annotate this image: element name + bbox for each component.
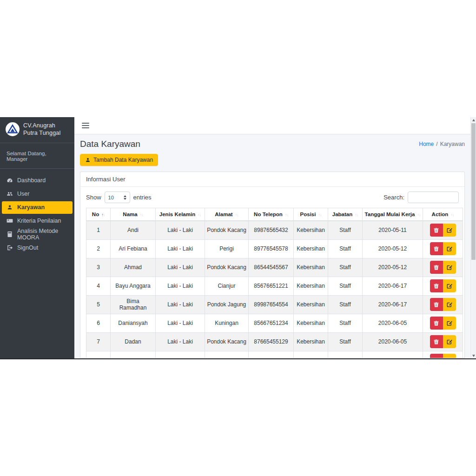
sidebar-item-label: Analisis Metode MOORA <box>17 228 68 241</box>
cell-jabatan: Staff <box>328 221 363 239</box>
column-header-alamat[interactable]: Alamat↑↓ <box>205 208 249 221</box>
cell-no-telepon: 89876565432 <box>249 221 294 239</box>
app-window: CV.Anugrah Putra Tunggal Selamat Datang,… <box>0 117 476 359</box>
cell-jenis-kelamin: Laki - Laki <box>156 332 205 351</box>
sidebar-item-label: Dashboard <box>17 177 46 184</box>
cell-nama: Ari Febiana <box>111 239 156 258</box>
sidebar-item-user[interactable]: User <box>2 188 73 200</box>
cell-action <box>423 295 463 314</box>
column-header-action[interactable]: Action↑↓ <box>423 208 463 221</box>
column-label: Jenis Kelamin <box>159 212 195 217</box>
delete-button[interactable] <box>430 298 443 311</box>
add-karyawan-button[interactable]: Tambah Data Karyawan <box>80 154 158 166</box>
pencil-square-icon <box>446 264 452 271</box>
pencil-square-icon <box>446 283 452 289</box>
cell-nama: Dadan <box>111 332 156 351</box>
edit-button[interactable] <box>443 279 456 292</box>
cell-nama: Bayu Anggara <box>111 277 156 295</box>
column-header-no[interactable]: No↑↓ <box>86 208 111 221</box>
column-header-no-telepon[interactable]: No Telepon↑↓ <box>249 208 294 221</box>
cell-jabatan: Staff <box>328 332 363 351</box>
sort-icon: ↑↓ <box>235 212 238 217</box>
brand[interactable]: CV.Anugrah Putra Tunggal <box>0 117 74 143</box>
delete-button[interactable] <box>430 335 443 348</box>
triangle-logo-icon <box>6 122 20 136</box>
sidebar-item-kriteria-penilaian[interactable]: Kriteria Penilaian <box>2 215 73 227</box>
sidebar-item-analisis-metode-moora[interactable]: Analisis Metode MOORA <box>2 228 73 241</box>
delete-button[interactable] <box>430 261 443 274</box>
sidebar-item-label: Kriteria Penilaian <box>17 218 61 224</box>
sort-icon: ↑↓ <box>101 212 105 217</box>
trash-icon <box>433 283 439 289</box>
cell-action <box>423 314 463 332</box>
cell-action <box>423 351 463 358</box>
search-control: Search: <box>383 192 459 203</box>
sidebar-item-dashboard[interactable]: Dashboard <box>2 174 73 187</box>
sidebar-item-signout[interactable]: SignOut <box>2 242 73 254</box>
sidebar: CV.Anugrah Putra Tunggal Selamat Datang,… <box>0 117 74 358</box>
cell-no: 4 <box>86 277 111 295</box>
pencil-square-icon <box>446 227 452 233</box>
cell-posisi: Kebersihan <box>294 314 328 332</box>
sort-icon: ↑↓ <box>198 212 201 217</box>
delete-button[interactable] <box>430 224 443 237</box>
delete-button[interactable] <box>430 354 443 358</box>
column-label: Jabatan <box>332 212 352 217</box>
column-header-tanggal-mulai-kerja[interactable]: Tanggal Mulai Kerja↑↓ <box>363 208 423 221</box>
cell-alamat: Pondok Kacang <box>205 332 249 351</box>
delete-button[interactable] <box>430 242 443 255</box>
page-length-select[interactable]: 10 <box>105 192 130 203</box>
edit-button[interactable] <box>443 354 456 358</box>
cell-posisi: Kebersihan <box>294 332 328 351</box>
edit-button[interactable] <box>443 335 456 348</box>
scroll-up-arrow-icon[interactable] <box>471 117 476 123</box>
add-karyawan-button-label: Tambah Data Karyawan <box>93 157 153 163</box>
show-label: Show <box>86 194 101 201</box>
tachometer-icon <box>7 177 13 184</box>
delete-button[interactable] <box>430 279 443 292</box>
hamburger-icon[interactable] <box>82 123 89 128</box>
cell-action <box>423 332 463 351</box>
breadcrumb-home-link[interactable]: Home <box>419 141 434 147</box>
select-arrows-icon <box>124 195 126 200</box>
sort-icon: ↑↓ <box>450 212 454 217</box>
column-header-posisi[interactable]: Posisi↑↓ <box>294 208 328 221</box>
cell-alamat: Kuningan <box>205 351 249 358</box>
column-header-jenis-kelamin[interactable]: Jenis Kelamin↑↓ <box>156 208 205 221</box>
content-area: Data Karyawan Home/Karyawan Tambah Data … <box>74 134 470 358</box>
vertical-scrollbar[interactable] <box>470 117 476 358</box>
column-header-jabatan[interactable]: Jabatan↑↓ <box>328 208 363 221</box>
cell-no-telepon: 85676651221 <box>249 277 294 295</box>
trash-icon <box>433 357 439 358</box>
informasi-user-card: Informasi User Show 10 entries <box>80 172 465 358</box>
card-body: Show 10 entries Search: <box>80 187 464 358</box>
column-label: Tanggal Mulai Kerja <box>365 212 415 217</box>
table-row: 2 Ari Febiana Laki - Laki Perigi 8977654… <box>86 239 463 258</box>
edit-button[interactable] <box>443 261 456 274</box>
trash-icon <box>433 320 439 326</box>
cell-nama: Ahmad <box>111 258 156 277</box>
edit-button[interactable] <box>443 317 456 330</box>
cell-no: 5 <box>86 295 111 314</box>
scroll-down-arrow-icon[interactable] <box>471 353 476 358</box>
cell-tanggal-mulai-kerja: 2020-06-17 <box>363 295 423 314</box>
search-input[interactable] <box>408 192 459 203</box>
cell-nama: Bima Ramadhan <box>111 295 156 314</box>
edit-button[interactable] <box>443 298 456 311</box>
cell-posisi: Kebersihan <box>294 221 328 239</box>
scrollbar-thumb[interactable] <box>471 123 476 260</box>
trash-icon <box>433 227 439 233</box>
cell-jabatan: Staff <box>328 295 363 314</box>
edit-button[interactable] <box>443 224 456 237</box>
breadcrumb-separator: / <box>436 141 437 147</box>
cell-posisi: Kebersihan <box>294 351 328 358</box>
edit-button[interactable] <box>443 242 456 255</box>
delete-button[interactable] <box>430 317 443 330</box>
column-header-nama[interactable]: Nama↑↓ <box>111 208 156 221</box>
table-body: 1 Andi Laki - Laki Pondok Kacang 8987656… <box>86 221 463 358</box>
search-label: Search: <box>383 194 404 201</box>
sidebar-item-karyawan[interactable]: Karyawan <box>2 201 73 214</box>
cell-alamat: Cianjur <box>205 277 249 295</box>
cell-nama: Daniansyah <box>111 314 156 332</box>
cell-no-telepon: 85667651234 <box>249 314 294 332</box>
